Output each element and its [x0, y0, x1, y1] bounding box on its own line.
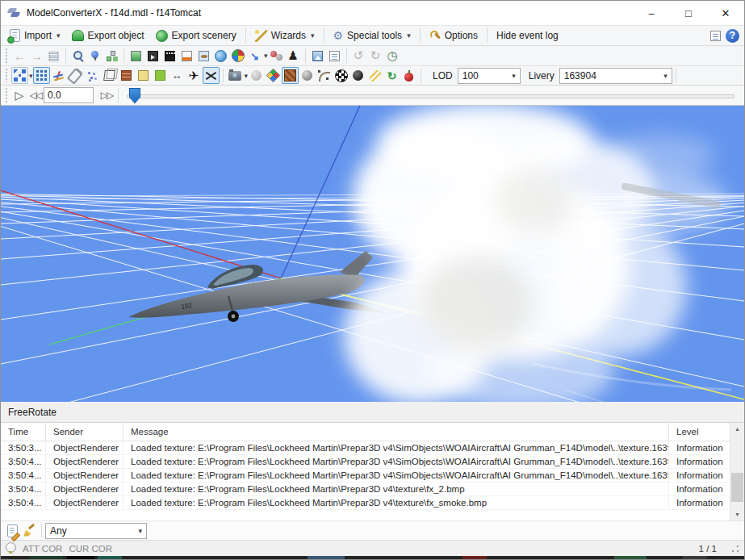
particles-toggle[interactable]	[84, 67, 101, 84]
material-button[interactable]	[229, 48, 246, 65]
toolbar-grip[interactable]	[4, 88, 10, 102]
replace-links-button[interactable]	[268, 48, 285, 65]
column-header-message[interactable]: Message	[123, 423, 669, 441]
lod-select[interactable]: 100 ▾	[458, 68, 521, 84]
back-button[interactable]: ←	[11, 48, 28, 65]
import-button[interactable]: Import ▾	[4, 27, 66, 44]
export-scenery-button[interactable]: Export scenery	[150, 27, 242, 44]
options-button[interactable]: Options	[424, 27, 483, 44]
toolbar-grip[interactable]	[4, 48, 10, 63]
table-row[interactable]: 3:50:4... ObjectRenderer Loaded texture:…	[1, 455, 744, 469]
notes-button[interactable]	[326, 48, 343, 65]
separator	[305, 48, 306, 63]
fit-view-button[interactable]	[11, 67, 28, 84]
placemark-button[interactable]	[86, 48, 103, 65]
viewport-3d[interactable]: 102	[1, 106, 744, 402]
log-scrollbar[interactable]: ▴ ▾	[730, 423, 744, 520]
checkered-ball-icon	[335, 69, 348, 82]
livery-select[interactable]: 163904 ▾	[559, 68, 672, 84]
dark-ball-toggle[interactable]	[349, 67, 366, 84]
light-rays-toggle[interactable]	[366, 67, 383, 84]
table-row[interactable]: 3:50:4... ObjectRenderer Loaded texture:…	[1, 496, 744, 510]
status-cur-cor: CUR COR	[69, 544, 112, 554]
mdl-data-button[interactable]	[161, 48, 178, 65]
rewind-button[interactable]: ◁◁	[27, 87, 44, 103]
color-cube-toggle[interactable]	[265, 67, 282, 84]
scroll-down-arrow[interactable]: ▾	[730, 508, 744, 520]
toolbar-grip[interactable]	[4, 69, 10, 82]
drawcall-viewer-button[interactable]	[144, 48, 161, 65]
close-button[interactable]: ✕	[707, 1, 744, 25]
separator	[487, 28, 488, 43]
scrollbar-thumb[interactable]	[731, 473, 743, 502]
screenshot-button[interactable]	[227, 67, 244, 84]
column-header-time[interactable]: Time	[1, 423, 46, 441]
column-header-sender[interactable]: Sender	[46, 423, 123, 441]
wizards-label: Wizards	[271, 30, 306, 41]
help-button[interactable]: ?	[724, 27, 741, 44]
clear-log-button[interactable]	[21, 522, 38, 539]
special-tools-button[interactable]: ⚙ Special tools ▾	[328, 27, 416, 44]
hide-event-log-button[interactable]: Hide event log	[491, 27, 564, 44]
search-button[interactable]	[69, 48, 86, 65]
play-button[interactable]: ▷	[11, 87, 27, 103]
scale-width-button[interactable]: ↔	[169, 67, 186, 84]
notes-icon	[710, 31, 721, 41]
textured-cube-toggle[interactable]	[282, 67, 299, 84]
show-grid-toggle[interactable]	[33, 67, 50, 84]
checkered-ball-toggle[interactable]	[333, 67, 349, 84]
column-header-level[interactable]: Level	[669, 423, 731, 441]
maximize-button[interactable]: □	[670, 1, 707, 25]
redo-button[interactable]: ↻	[367, 48, 384, 65]
chevron-down-icon[interactable]: ▾	[264, 52, 268, 60]
chevron-down-icon: ▾	[57, 31, 61, 40]
event-log-icon[interactable]: ▤	[45, 48, 62, 65]
yellow-polygons-toggle[interactable]	[135, 67, 152, 84]
green-polygons-toggle[interactable]	[152, 67, 169, 84]
bricks-texture-toggle[interactable]	[118, 67, 135, 84]
object-person-button[interactable]: ♟	[285, 48, 302, 65]
table-row[interactable]: 3:50:4... ObjectRenderer Loaded texture:…	[1, 469, 744, 483]
scroll-up-arrow[interactable]: ▴	[730, 423, 744, 435]
fast-forward-button[interactable]: ▷▷	[98, 87, 115, 103]
resize-object-button[interactable]: ↘	[246, 48, 263, 65]
earth-button[interactable]	[212, 48, 229, 65]
resize-grip[interactable]	[731, 545, 739, 553]
table-row[interactable]: 3:50:4... ObjectRenderer Loaded texture:…	[1, 483, 744, 496]
chevron-down-icon[interactable]: ▾	[29, 72, 33, 80]
app-icon	[7, 7, 22, 19]
refresh-textures-button[interactable]: ↻	[383, 67, 400, 84]
animation-slider[interactable]	[127, 87, 735, 104]
event-log-table: Time Sender Message Level 3:50:3... Obje…	[1, 423, 744, 520]
hierarchy-button[interactable]	[103, 48, 120, 65]
xml-file-button[interactable]	[178, 48, 195, 65]
show-axes-toggle[interactable]	[50, 67, 67, 84]
texture-editor-button[interactable]	[128, 48, 144, 65]
wire-sphere-toggle[interactable]	[248, 67, 265, 84]
edit-log-button[interactable]	[4, 522, 21, 539]
animation-time-input[interactable]	[44, 87, 94, 103]
undo-button[interactable]: ↺	[350, 48, 367, 65]
app-window: ModelConverterX - f14d.mdl - f14Tomcat –…	[0, 0, 745, 560]
minimize-button[interactable]: –	[633, 1, 670, 25]
texture-browser-button[interactable]	[195, 48, 212, 65]
crossed-arrows-toggle[interactable]	[203, 67, 220, 84]
slider-thumb[interactable]	[129, 88, 140, 104]
gray-sphere-toggle[interactable]	[299, 67, 316, 84]
airplane-button[interactable]: ✈	[186, 67, 203, 84]
wizards-button[interactable]: Wizards ▾	[249, 27, 320, 44]
nav-toolbar: ← → ▤ ↘ ▾ ♟ ↺ ↻ ◷	[1, 46, 744, 66]
forward-button[interactable]: →	[28, 48, 45, 65]
apple-button[interactable]	[400, 67, 417, 84]
event-log-panel-icon[interactable]	[707, 27, 724, 44]
table-row[interactable]: 3:50:3... ObjectRenderer Loaded texture:…	[1, 441, 744, 455]
export-object-button[interactable]: Export object	[66, 27, 150, 44]
history-button[interactable]: ◷	[384, 48, 401, 65]
bezier-toggle[interactable]	[316, 67, 333, 84]
image-viewer-button[interactable]	[309, 48, 326, 65]
lod-label: LOD	[433, 70, 453, 81]
chevron-down-icon: ▾	[311, 31, 315, 40]
wireframe-toggle[interactable]	[101, 67, 118, 84]
level-filter-select[interactable]: Any ▾	[45, 523, 147, 539]
attach-points-toggle[interactable]	[67, 67, 84, 84]
